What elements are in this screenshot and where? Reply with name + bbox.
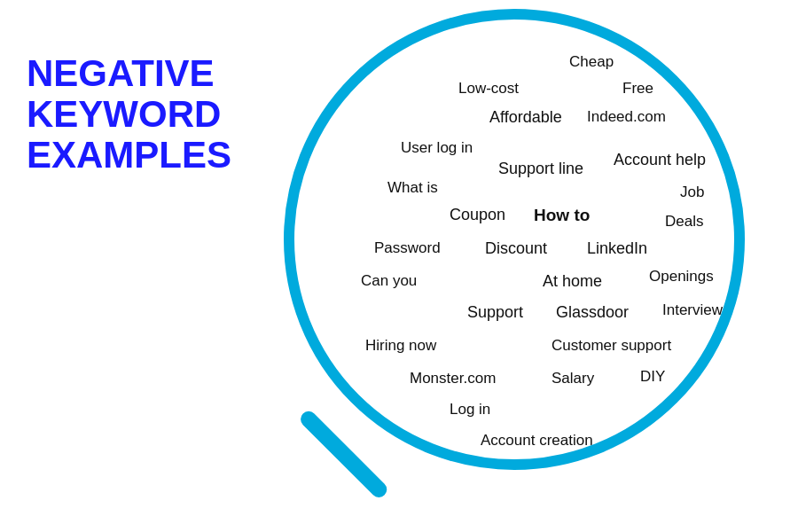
- keyword-3: Affordable: [489, 108, 562, 127]
- keyword-16: Can you: [361, 272, 417, 290]
- keyword-0: Cheap: [569, 53, 614, 71]
- keyword-24: Monster.com: [410, 370, 496, 387]
- keyword-6: Support line: [498, 160, 583, 178]
- page-title: NEGATIVE KEYWORD EXAMPLES: [27, 53, 231, 176]
- keyword-25: Salary: [552, 370, 594, 387]
- magnifier-lens: CheapLow-costFreeAffordableIndeed.comUse…: [284, 9, 745, 470]
- keyword-26: DIY: [640, 368, 665, 386]
- keyword-2: Free: [622, 80, 653, 98]
- keyword-28: Account creation: [481, 432, 593, 450]
- keyword-22: Hiring now: [365, 337, 436, 355]
- keyword-17: At home: [543, 272, 602, 291]
- keyword-23: Customer support: [552, 337, 671, 355]
- keyword-13: Password: [374, 239, 441, 257]
- keyword-15: LinkedIn: [587, 239, 647, 258]
- keyword-7: Account help: [614, 151, 706, 169]
- keyword-5: User log in: [401, 139, 473, 157]
- keyword-8: What is: [387, 179, 438, 197]
- keyword-10: Coupon: [450, 206, 505, 224]
- keyword-19: Support: [467, 303, 523, 322]
- keyword-27: Log in: [450, 401, 490, 419]
- keyword-4: Indeed.com: [587, 108, 666, 126]
- keyword-14: Discount: [485, 239, 547, 258]
- keyword-18: Openings: [649, 268, 714, 286]
- keyword-12: Deals: [665, 213, 703, 231]
- keyword-20: Glassdoor: [556, 303, 629, 322]
- magnifier-graphic: CheapLow-costFreeAffordableIndeed.comUse…: [257, 9, 771, 523]
- keyword-21: Interview: [662, 301, 723, 319]
- keyword-9: Job: [680, 184, 704, 201]
- keyword-1: Low-cost: [458, 80, 519, 98]
- keyword-11: How to: [534, 206, 590, 225]
